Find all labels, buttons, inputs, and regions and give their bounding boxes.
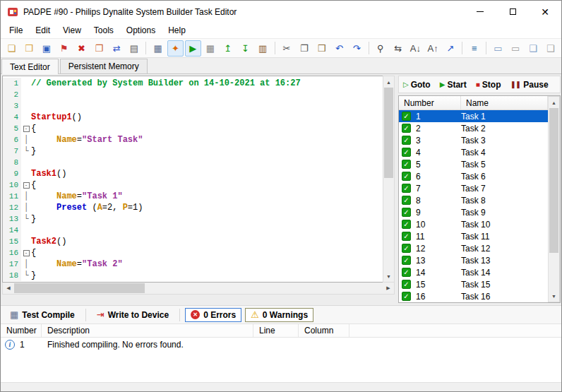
menu-item-file[interactable]: File xyxy=(3,23,29,38)
task-grid-button[interactable]: ▦ xyxy=(150,40,166,57)
code-text[interactable]: { xyxy=(31,123,383,134)
task-row-4[interactable]: ✓4Task 4 xyxy=(399,146,548,158)
task-row-15[interactable]: ✓15Task 15 xyxy=(399,278,548,290)
code-text[interactable] xyxy=(31,89,383,100)
code-text[interactable]: Task2() xyxy=(31,236,383,247)
result-row-1[interactable]: i1Finished compiling. No errors found. xyxy=(1,338,561,352)
editor-hscroll-thumb[interactable] xyxy=(14,283,145,293)
run-button[interactable]: ▶ xyxy=(185,40,201,57)
write-to-device-button[interactable]: ⇥Write to Device xyxy=(91,308,174,322)
task-scroll-up-icon[interactable]: ▲ xyxy=(549,97,559,108)
menu-item-tools[interactable]: Tools xyxy=(88,23,120,38)
uncomment-button[interactable]: ▭ xyxy=(508,40,524,57)
task-row-11[interactable]: ✓11Task 11 xyxy=(399,230,548,242)
scroll-up-icon[interactable]: ▲ xyxy=(383,76,394,88)
editor-hscroll-track[interactable] xyxy=(14,283,383,294)
pause-button[interactable]: ❚❚Pause xyxy=(510,80,548,90)
goto-line-button[interactable]: ↗ xyxy=(443,40,459,57)
editor-hscrollbar[interactable]: ◀ ▶ xyxy=(2,283,395,295)
open-folder-button[interactable]: ❒ xyxy=(21,40,37,57)
tab-text-editor[interactable]: Text Editor xyxy=(1,59,59,74)
task-row-6[interactable]: ✓6Task 6 xyxy=(399,170,548,182)
code-text[interactable] xyxy=(31,157,383,168)
task-row-9[interactable]: ✓9Task 9 xyxy=(399,206,548,218)
task-row-13[interactable]: ✓13Task 13 xyxy=(399,254,548,266)
code-text[interactable]: } xyxy=(31,270,383,281)
task-row-14[interactable]: ✓14Task 14 xyxy=(399,266,548,278)
results-column-header-column[interactable]: Column xyxy=(299,324,349,337)
note-off-button[interactable]: ❑ xyxy=(542,40,558,57)
find-next-button[interactable]: A↓ xyxy=(407,40,424,57)
comment-button[interactable]: ▭ xyxy=(490,40,506,57)
code-text[interactable]: // Generated by System Builder on 14-10-… xyxy=(31,78,383,89)
compile-button[interactable]: ✦ xyxy=(167,40,184,57)
title-bar[interactable]: PADPE #90 - Philips Dynalite System Buil… xyxy=(1,1,561,23)
goto-button[interactable]: ▷Goto xyxy=(403,80,431,90)
task-row-7[interactable]: ✓7Task 7 xyxy=(399,182,548,194)
editor-vscroll-thumb[interactable] xyxy=(384,88,393,178)
code-text[interactable]: Name="Task 1" xyxy=(31,191,383,202)
new-file-button[interactable]: ❏ xyxy=(4,40,20,57)
task-scroll-down-icon[interactable]: ▼ xyxy=(549,290,559,302)
code-text[interactable]: Task1() xyxy=(31,168,383,179)
code-text[interactable]: } xyxy=(31,213,383,225)
task-row-3[interactable]: ✓3Task 3 xyxy=(399,134,548,146)
download-device-button[interactable]: ↧ xyxy=(237,40,253,57)
minimize-button[interactable] xyxy=(464,1,496,23)
task-row-5[interactable]: ✓5Task 5 xyxy=(399,158,548,170)
editor-vscroll-track[interactable] xyxy=(383,88,394,271)
code-text[interactable]: Name="Start Task" xyxy=(31,134,383,145)
task-row-10[interactable]: ✓10Task 10 xyxy=(399,218,548,230)
results-column-header-number[interactable]: Number xyxy=(1,324,42,337)
copy-page-button[interactable]: ❐ xyxy=(91,40,107,57)
task-vscroll-track[interactable] xyxy=(549,108,559,290)
editor-vscrollbar[interactable]: ▲ ▼ xyxy=(383,76,395,283)
stop-button[interactable]: ■Stop xyxy=(476,80,501,90)
0-warnings-button[interactable]: ⚠0 Warnings xyxy=(245,308,313,322)
menu-item-options[interactable]: Options xyxy=(120,23,162,38)
find-previous-button[interactable]: A↑ xyxy=(425,40,441,57)
code-text[interactable]: Name="Task 2" xyxy=(31,259,383,270)
scroll-left-icon[interactable]: ◀ xyxy=(3,283,14,294)
tab-persistent-memory[interactable]: Persistent Memory xyxy=(60,59,148,73)
paste-button[interactable]: ❒ xyxy=(313,40,330,57)
close-button[interactable]: ✕ xyxy=(529,1,561,23)
task-vscrollbar[interactable]: ▲ ▼ xyxy=(548,96,560,302)
fold-collapse-icon[interactable]: - xyxy=(23,250,30,256)
code-text[interactable]: { xyxy=(31,179,383,191)
fold-collapse-icon[interactable]: - xyxy=(23,126,30,132)
task-row-12[interactable]: ✓12Task 12 xyxy=(399,242,548,254)
library-button[interactable]: ▥ xyxy=(255,40,271,57)
replace-button[interactable]: ⇆ xyxy=(390,40,406,57)
note-button[interactable]: ❑ xyxy=(525,40,542,57)
scroll-down-icon[interactable]: ▼ xyxy=(383,271,394,282)
results-column-header-description[interactable]: Description xyxy=(42,324,253,337)
print-button[interactable]: ▤ xyxy=(126,40,142,57)
upload-device-button[interactable]: ↥ xyxy=(220,40,236,57)
task-row-8[interactable]: ✓8Task 8 xyxy=(399,194,548,206)
code-text[interactable] xyxy=(31,100,383,112)
transfer-button[interactable]: ⇄ xyxy=(109,40,125,57)
start-button[interactable]: ▶Start xyxy=(440,80,467,90)
find-button[interactable]: ⚲ xyxy=(372,40,388,57)
results-column-header-line[interactable]: Line xyxy=(253,324,299,337)
task-row-2[interactable]: ✓2Task 2 xyxy=(399,122,548,134)
code-text[interactable]: { xyxy=(31,247,383,259)
task-column-header-number[interactable]: Number xyxy=(399,96,461,109)
copy-button[interactable]: ❐ xyxy=(296,40,312,57)
task-row-1[interactable]: ✓1Task 1 xyxy=(399,110,548,122)
code-text[interactable]: Preset (A=2, P=1) xyxy=(31,202,383,213)
maximize-button[interactable] xyxy=(496,1,529,23)
undo-button[interactable]: ↶ xyxy=(331,40,347,57)
task-vscroll-thumb[interactable] xyxy=(549,108,558,253)
fold-collapse-icon[interactable]: - xyxy=(23,182,30,189)
memory-grid-button[interactable]: ▦ xyxy=(203,40,219,57)
delete-button[interactable]: ✖ xyxy=(73,40,90,57)
code-text[interactable] xyxy=(31,225,383,236)
save-button[interactable]: ▣ xyxy=(39,40,55,57)
editor-lines[interactable]: 1// Generated by System Builder on 14-10… xyxy=(2,76,383,283)
task-column-header-name[interactable]: Name xyxy=(461,96,548,109)
menu-item-help[interactable]: Help xyxy=(162,23,192,38)
0-errors-button[interactable]: ✕0 Errors xyxy=(185,308,241,322)
line-list-button[interactable]: ≡ xyxy=(466,40,482,57)
